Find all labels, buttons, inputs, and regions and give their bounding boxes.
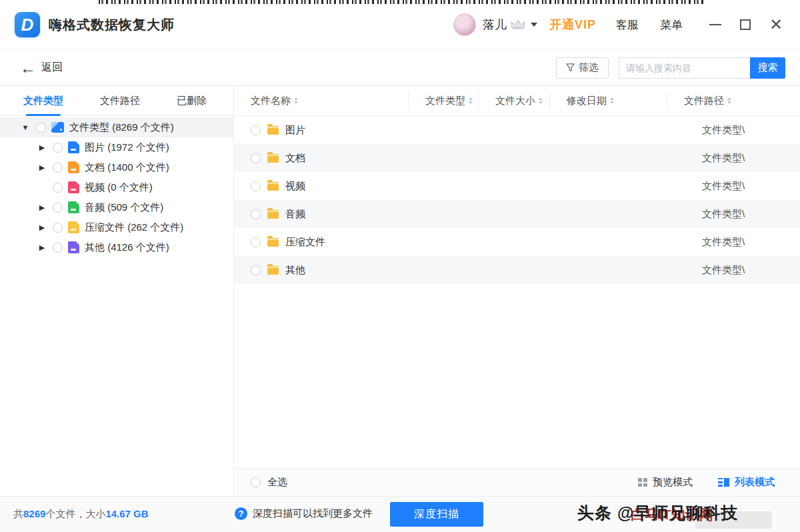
radio-checkbox[interactable] [53, 243, 63, 253]
table-row[interactable]: 音频 文件类型\ [234, 200, 800, 228]
cell-file-path: 文件类型\ [691, 208, 800, 221]
video-file-icon [68, 181, 79, 193]
sort-icon[interactable] [469, 97, 473, 104]
file-table: 文件名称 文件类型 文件大小 修改日期 文件路径 图片 文件类型\ [234, 86, 800, 496]
tree-item-label: 视频 (0 个文件) [85, 181, 153, 194]
user-dropdown-caret-icon[interactable] [531, 23, 537, 27]
cell-file-path: 文件类型\ [691, 152, 800, 165]
maximize-button[interactable] [740, 19, 751, 30]
tree-item-audio[interactable]: ▶ 音频 (509 个文件) [0, 197, 233, 217]
summary-middle: 个文件，大小 [45, 508, 105, 519]
select-all-checkbox[interactable] [251, 477, 261, 487]
radio-checkbox[interactable] [53, 203, 63, 213]
radio-checkbox[interactable] [53, 143, 63, 153]
column-header-file-path[interactable]: 文件路径 [667, 91, 800, 110]
expand-caret-icon[interactable]: ▶ [38, 143, 46, 152]
folder-icon [267, 182, 279, 191]
table-row[interactable]: 文档 文件类型\ [234, 144, 800, 172]
table-row[interactable]: 压缩文件 文件类型\ [234, 228, 800, 256]
list-mode-button[interactable]: 列表模式 [718, 476, 775, 489]
sidebar-tabs: 文件类型 文件路径 已删除 [0, 86, 233, 116]
radio-checkbox[interactable] [251, 209, 261, 219]
radio-checkbox[interactable] [251, 181, 261, 191]
table-row[interactable]: 其他 文件类型\ [234, 256, 800, 284]
menu-button[interactable]: 菜单 [660, 17, 683, 33]
tree-root-file-type[interactable]: ▼ 文件类型 (8269 个文件) [0, 117, 233, 137]
sort-icon[interactable] [294, 97, 298, 104]
cell-file-name: 视频 [285, 180, 432, 193]
scan-summary: 共8269个文件，大小14.67 GB [13, 508, 149, 521]
select-all-control[interactable]: 全选 [251, 476, 287, 489]
expand-caret-icon[interactable]: ▶ [38, 203, 46, 212]
radio-checkbox[interactable] [251, 153, 261, 163]
cell-file-name: 图片 [285, 124, 432, 137]
tree-item-archives[interactable]: ▶ 压缩文件 (262 个文件) [0, 217, 233, 237]
video-artifact-strip [99, 0, 707, 4]
image-file-icon [68, 141, 79, 153]
column-header-file-size[interactable]: 文件大小 [479, 91, 550, 110]
other-file-icon [68, 241, 79, 253]
cell-file-path: 文件类型\ [691, 236, 800, 249]
folder-icon [267, 154, 279, 163]
open-vip-button[interactable]: 开通VIP [549, 17, 596, 33]
search-input[interactable] [619, 57, 750, 79]
column-header-file-name[interactable]: 文件名称 [234, 91, 409, 110]
tab-file-type[interactable]: 文件类型 [23, 86, 63, 116]
tab-deleted[interactable]: 已删除 [177, 86, 207, 116]
radio-checkbox[interactable] [53, 183, 63, 193]
question-icon: ? [235, 507, 247, 520]
radio-checkbox[interactable] [36, 123, 46, 133]
column-header-modified-date[interactable]: 修改日期 [550, 91, 667, 110]
toolbar-right: 筛选 搜索 [556, 57, 785, 79]
view-mode-switcher: 预览模式 列表模式 [638, 476, 775, 489]
tree-item-documents[interactable]: ▶ 文档 (1400 个文件) [0, 157, 233, 177]
radio-checkbox[interactable] [53, 223, 63, 233]
minimize-button[interactable] [709, 24, 721, 25]
table-row[interactable]: 视频 文件类型\ [234, 172, 800, 200]
customer-service-button[interactable]: 客服 [616, 17, 639, 33]
tree-item-label: 文档 (1400 个文件) [85, 161, 169, 174]
title-bar: D 嗨格式数据恢复大师 落儿 开通VIP 客服 菜单 ✕ [0, 0, 800, 50]
search-button[interactable]: 搜索 [750, 57, 785, 79]
user-avatar[interactable] [453, 13, 476, 36]
expand-caret-icon[interactable]: ▶ [38, 223, 46, 232]
list-view-icon [718, 478, 729, 487]
tree-item-videos[interactable]: 视频 (0 个文件) [0, 177, 233, 197]
tab-file-path[interactable]: 文件路径 [100, 86, 140, 116]
crown-icon [511, 19, 525, 31]
user-name[interactable]: 落儿 [483, 17, 507, 33]
main-area: 文件类型 文件路径 已删除 ▼ 文件类型 (8269 个文件) ▶ 图片 (19… [0, 86, 800, 496]
archive-file-icon [68, 221, 79, 233]
close-button[interactable]: ✕ [769, 19, 783, 30]
radio-checkbox[interactable] [53, 163, 63, 173]
tree-item-pictures[interactable]: ▶ 图片 (1972 个文件) [0, 137, 233, 157]
app-logo-icon: D [15, 12, 40, 37]
back-button[interactable]: ← 返回 [20, 60, 63, 76]
sort-icon[interactable] [727, 97, 731, 104]
cell-file-name: 音频 [285, 208, 432, 221]
tree-item-label: 图片 (1972 个文件) [85, 141, 169, 154]
sort-icon[interactable] [610, 97, 614, 104]
expand-caret-icon[interactable]: ▼ [21, 123, 29, 131]
expand-caret-icon[interactable]: ▶ [38, 243, 46, 252]
folder-icon [267, 210, 279, 219]
sort-icon[interactable] [539, 97, 543, 104]
column-header-file-type[interactable]: 文件类型 [409, 91, 479, 110]
filter-button[interactable]: 筛选 [556, 57, 609, 79]
expand-caret-icon[interactable]: ▶ [38, 163, 46, 172]
radio-checkbox[interactable] [251, 265, 261, 275]
cell-file-name: 文档 [285, 152, 432, 165]
tree-item-label: 音频 (509 个文件) [85, 201, 163, 214]
app-window: D 嗨格式数据恢复大师 落儿 开通VIP 客服 菜单 ✕ ← 返回 [0, 0, 800, 532]
radio-checkbox[interactable] [251, 237, 261, 247]
table-header: 文件名称 文件类型 文件大小 修改日期 文件路径 [234, 86, 800, 116]
deep-scan-button[interactable]: 深度扫描 [390, 502, 483, 527]
preview-mode-button[interactable]: 预览模式 [638, 476, 693, 489]
table-row[interactable]: 图片 文件类型\ [234, 116, 800, 144]
deepscan-hint-text: 深度扫描可以找到更多文件 [253, 507, 373, 520]
tree-item-other[interactable]: ▶ 其他 (4126 个文件) [0, 237, 233, 257]
select-all-label: 全选 [267, 476, 287, 489]
radio-checkbox[interactable] [251, 125, 261, 135]
tree-item-label: 其他 (4126 个文件) [85, 241, 169, 254]
summary-prefix: 共 [13, 508, 23, 519]
